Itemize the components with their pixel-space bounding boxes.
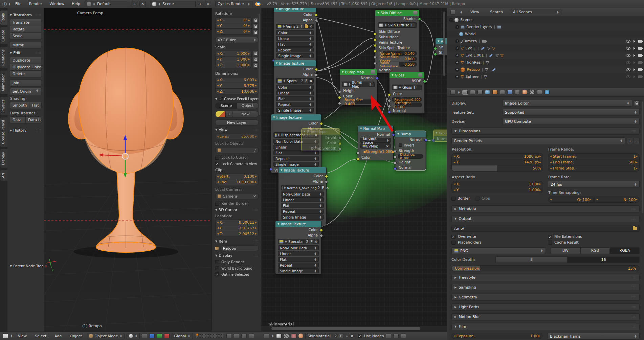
section-grease-pencil-layers[interactable]: ▼✓ Grease Pencil Layers: [215, 97, 259, 101]
add-preset-button[interactable]: +: [627, 138, 633, 144]
projection-dropdown[interactable]: Flat: [276, 42, 314, 47]
smooth-button[interactable]: Smooth: [10, 102, 29, 109]
section-history[interactable]: ▶ History ::::: [10, 128, 41, 133]
snap-magnet-icon[interactable]: [226, 334, 232, 338]
renderability-icon[interactable]: [638, 61, 642, 64]
renderability-icon[interactable]: [638, 68, 642, 71]
value-subsurface-slider[interactable]: Value Subsurface:0.550: [378, 62, 417, 67]
section-dimensions[interactable]: ▼Dimensions::::: [451, 128, 640, 135]
outliner-row-renderlayers[interactable]: + RenderLayers |: [447, 23, 644, 30]
cursor-x-field[interactable]: ◀X:8.30011▶: [215, 220, 259, 225]
menu-view[interactable]: View: [15, 333, 30, 339]
lock-object-field[interactable]: ╱: [215, 147, 259, 153]
device-dropdown[interactable]: GPU Compute: [502, 118, 640, 125]
aspect-y-field[interactable]: ◀Y:1.000▶: [451, 187, 543, 193]
cursor-z-field[interactable]: ◀Z:2.00512▶: [215, 231, 259, 237]
expand-icon[interactable]: +: [455, 53, 459, 58]
use-nodes-checkbox[interactable]: ✓: [358, 334, 362, 338]
visibility-eye-icon[interactable]: [626, 47, 630, 50]
translate-button[interactable]: Translate: [10, 19, 41, 26]
aspect-x-field[interactable]: ◀X:1.000▶: [451, 181, 543, 187]
image-selector[interactable]: Veins2F✕: [276, 24, 314, 29]
image-texture-node-specular[interactable]: ▼Image Texture Color Alpha Specular2F✕ N…: [275, 221, 321, 274]
invert-checkbox[interactable]: [399, 143, 402, 147]
duplicate-button[interactable]: Duplicate: [10, 57, 41, 64]
texture-nodes-icon[interactable]: [291, 334, 296, 338]
resolution-x-field[interactable]: ◀X:1080 px▶: [451, 153, 543, 159]
duplicate-linked-button[interactable]: Duplicate Linked: [10, 64, 41, 71]
section-freestyle[interactable]: ▶Freestyle::::: [451, 274, 640, 281]
scale-y-field[interactable]: ◀Y:1.000▶: [215, 56, 252, 62]
tab-tools[interactable]: Tools: [0, 10, 7, 25]
material-tab-icon[interactable]: [522, 90, 527, 94]
rotation-x-field[interactable]: ◀X:0°▶: [215, 17, 252, 23]
group-selector[interactable]: GlossF: [392, 85, 422, 90]
clear-icon[interactable]: ✕: [253, 194, 256, 199]
pivot-icon[interactable]: [142, 334, 147, 338]
clip-end-field[interactable]: ◀End:1000.000▶: [215, 179, 259, 185]
end-frame-field[interactable]: ◀End Frame:500▶: [548, 159, 640, 165]
visibility-eye-icon[interactable]: [626, 40, 630, 43]
resolution-y-field[interactable]: ◀Y:1420 px▶: [451, 159, 543, 165]
color-space-dropdown[interactable]: Color: [276, 30, 314, 35]
outliner-search-menu[interactable]: Search: [487, 9, 506, 15]
image-selector[interactable]: Specular2F✕: [278, 239, 319, 244]
section-view[interactable]: ▼View::::: [215, 128, 259, 132]
gp-add-icon[interactable]: +: [225, 111, 233, 117]
section-item[interactable]: ▼Item::::: [215, 239, 259, 244]
section-light-paths[interactable]: ▶Light Paths::::: [451, 303, 640, 311]
snap-icon[interactable]: [393, 334, 399, 338]
image-selector[interactable]: Normals_bake.png2F✕: [281, 185, 324, 190]
menu-window[interactable]: Window: [47, 1, 67, 7]
mode-selector[interactable]: Object Mode: [87, 333, 125, 339]
item-name-field[interactable]: Retopo: [221, 245, 259, 251]
lock-icon[interactable]: [253, 23, 259, 29]
pixel-filter-dropdown[interactable]: Blackman-Harris: [547, 333, 640, 340]
node-editor-vscrollbar[interactable]: [443, 12, 445, 76]
transform-orientation-selector[interactable]: Global: [172, 333, 193, 339]
editor-type-icon[interactable]: [450, 90, 455, 95]
eyedropper-icon[interactable]: ╱: [254, 148, 256, 153]
data-tab-icon[interactable]: [515, 90, 520, 94]
group-input-node-ghost[interactable]: ▼Group Input Height Color Bump Srength: [301, 128, 340, 151]
file-extensions-checkbox[interactable]: ✓: [548, 235, 552, 239]
render-opengl-icon[interactable]: [241, 334, 247, 338]
renderability-icon[interactable]: [638, 40, 642, 43]
editor-type-icon[interactable]: [450, 10, 455, 15]
gloss-group-node[interactable]: ▼Gloss BSDF GlossF Color Roughnes:0.400 …: [389, 72, 425, 114]
extension-dropdown[interactable]: Repeat: [276, 47, 314, 52]
data-layout-button[interactable]: Data Layo: [26, 116, 41, 123]
frame-rate-dropdown[interactable]: 24 fps: [548, 181, 640, 188]
section-edit[interactable]: ▼ Edit ::::: [10, 51, 41, 55]
rgb-button[interactable]: RGB: [580, 247, 610, 254]
snap-element-icon[interactable]: [234, 334, 239, 338]
bump-strength-slider[interactable]: Bump Sre: 0.400: [342, 99, 375, 104]
gloss-strength-slider[interactable]: Strength: 0.100: [392, 103, 422, 107]
dimension-z-field[interactable]: ◀Z:10.606▶: [215, 89, 259, 94]
crop-checkbox[interactable]: [475, 197, 480, 201]
texture-tab-icon[interactable]: [530, 90, 535, 94]
info-icon[interactable]: i: [2, 2, 7, 6]
border-checkbox[interactable]: [451, 197, 456, 201]
file-format-dropdown[interactable]: PNG: [451, 247, 546, 254]
bump-node[interactable]: ▼Bump Normal Invert Strength Distance: 0…: [395, 131, 426, 171]
node-editor[interactable]: ▼Image Texture Color Alpha Veins2F✕ Colo…: [261, 8, 447, 325]
add-scene-button[interactable]: +: [197, 1, 203, 7]
frame-step-field[interactable]: ◀Frame Step:1▶: [548, 165, 640, 172]
visibility-eye-icon[interactable]: [626, 75, 630, 78]
gp-checkbox[interactable]: ✓: [219, 97, 223, 101]
section-3d-cursor[interactable]: ▼3D Cursor::::: [215, 208, 259, 212]
expand-icon[interactable]: +: [455, 75, 459, 79]
compositing-nodes-icon[interactable]: [284, 334, 289, 338]
data-button[interactable]: Data: [10, 116, 26, 123]
outliner-view-menu[interactable]: View: [467, 9, 482, 15]
editor-type-icon[interactable]: [264, 334, 269, 338]
outliner-row-sphere[interactable]: + ▽ Sphere | ▽: [447, 73, 644, 80]
new-layer-button[interactable]: New Layer: [215, 119, 259, 126]
depth-16-button[interactable]: 16: [568, 256, 640, 263]
clear-icon[interactable]: ✕: [386, 144, 389, 148]
feature-set-dropdown[interactable]: Supported: [502, 109, 640, 116]
selectability-icon[interactable]: [634, 47, 635, 50]
tab-display[interactable]: Display: [0, 149, 7, 168]
gp-scene-tab[interactable]: Scene: [215, 103, 237, 109]
